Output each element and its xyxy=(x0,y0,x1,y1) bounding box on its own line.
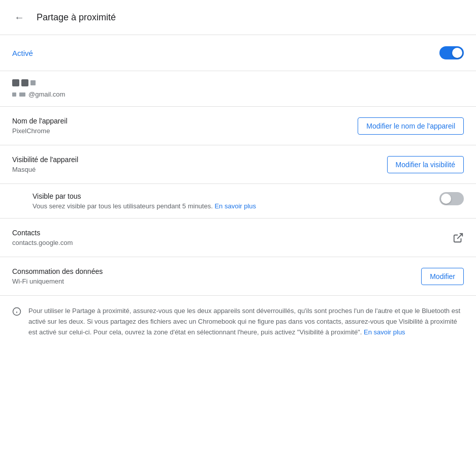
active-row: Activé xyxy=(0,35,476,71)
contacts-row: Contacts contacts.google.com xyxy=(0,219,476,257)
email-pixel-1 xyxy=(12,92,16,97)
device-name-info: Nom de l'appareil PixelChrome xyxy=(12,117,68,135)
visible-for-all-link[interactable]: En savoir plus xyxy=(214,202,256,210)
svg-line-0 xyxy=(457,233,462,238)
contacts-value: contacts.google.com xyxy=(12,239,73,246)
avatar-pixel-1 xyxy=(12,79,19,86)
info-section: Pour utiliser le Partage à proximité, as… xyxy=(0,296,476,348)
device-name-row: Nom de l'appareil PixelChrome Modifier l… xyxy=(0,107,476,145)
avatar-pixel-3 xyxy=(30,80,36,85)
contacts-info: Contacts contacts.google.com xyxy=(12,229,73,246)
info-text: Pour utiliser le Partage à proximité, as… xyxy=(28,306,464,337)
toggle-thumb xyxy=(452,48,462,58)
email-text: @gmail.com xyxy=(28,90,65,98)
back-icon: ← xyxy=(14,12,24,23)
avatar-pixel-2 xyxy=(21,79,28,86)
data-usage-label: Consommation des données xyxy=(12,267,103,275)
info-link[interactable]: En savoir plus xyxy=(364,328,405,336)
account-section: @gmail.com xyxy=(0,71,476,107)
device-visibility-value: Masqué xyxy=(12,166,78,173)
device-visibility-row: Visibilité de l'appareil Masqué Modifier… xyxy=(0,145,476,184)
active-toggle[interactable] xyxy=(439,46,464,59)
modify-device-name-button[interactable]: Modifier le nom de l'appareil xyxy=(358,117,464,135)
modify-visibility-button[interactable]: Modifier la visibilité xyxy=(387,156,464,173)
visible-for-all-row: Visible par tous Vous serez visible par … xyxy=(0,184,476,219)
email-pixel-2 xyxy=(19,92,25,97)
visible-for-all-toggle[interactable] xyxy=(439,192,464,205)
data-usage-row: Consommation des données Wi-Fi uniquemen… xyxy=(0,257,476,296)
device-name-value: PixelChrome xyxy=(12,127,68,135)
modify-data-usage-button[interactable]: Modifier xyxy=(421,268,464,285)
device-visibility-label: Visibilité de l'appareil xyxy=(12,156,78,164)
info-icon xyxy=(12,307,21,319)
account-avatar-row xyxy=(12,79,464,86)
visible-for-all-desc: Vous serez visible par tous les utilisat… xyxy=(33,202,256,210)
visible-for-all-info: Visible par tous Vous serez visible par … xyxy=(33,192,256,210)
device-name-label: Nom de l'appareil xyxy=(12,117,68,125)
visible-toggle-thumb xyxy=(441,194,451,204)
page-header: ← Partage à proximité xyxy=(0,0,476,35)
device-visibility-info: Visibilité de l'appareil Masqué xyxy=(12,156,78,173)
data-usage-value: Wi-Fi uniquement xyxy=(12,277,103,285)
data-usage-info: Consommation des données Wi-Fi uniquemen… xyxy=(12,267,103,285)
visible-for-all-title: Visible par tous xyxy=(33,192,256,200)
active-label: Activé xyxy=(12,49,33,57)
page-title: Partage à proximité xyxy=(37,12,116,23)
back-button[interactable]: ← xyxy=(10,8,28,26)
external-link-icon[interactable] xyxy=(453,232,464,243)
contacts-label: Contacts xyxy=(12,229,73,237)
account-email-row: @gmail.com xyxy=(12,90,464,98)
